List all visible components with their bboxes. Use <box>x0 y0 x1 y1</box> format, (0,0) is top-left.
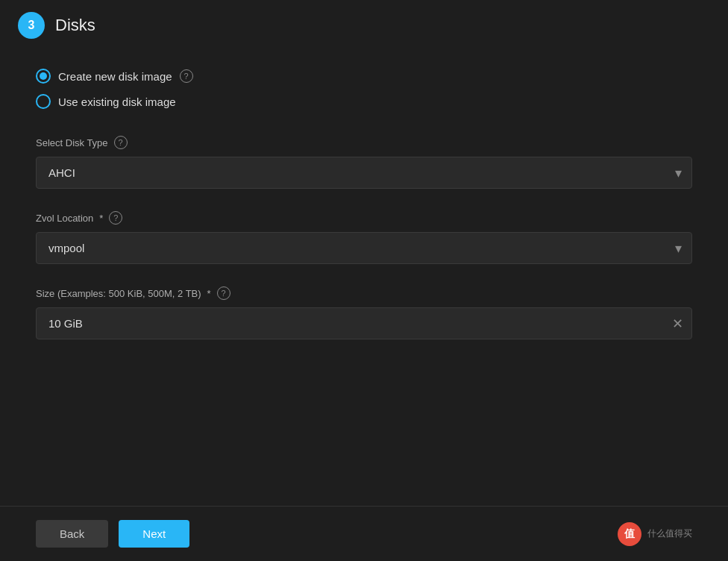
main-content: Create new disk image ? Use existing dis… <box>0 51 728 506</box>
size-input-wrapper: ✕ <box>36 307 692 339</box>
zvol-location-select-wrapper: vmpool tank data ▾ <box>36 232 692 264</box>
disk-type-label: Select Disk Type ? <box>36 136 692 149</box>
footer: Back Next 值 什么值得买 <box>0 506 728 561</box>
disk-option-group: Create new disk image ? Use existing dis… <box>36 69 692 109</box>
step-badge: 3 <box>18 12 45 39</box>
size-help-icon[interactable]: ? <box>217 286 230 300</box>
footer-buttons: Back Next <box>36 520 189 548</box>
size-label: Size (Examples: 500 KiB, 500M, 2 TB) * ? <box>36 286 692 300</box>
watermark-text: 什么值得买 <box>647 527 692 540</box>
disk-type-select-wrapper: AHCI VirtIO IDE SATA ▾ <box>36 157 692 189</box>
radio-use-existing-label: Use existing disk image <box>58 95 176 108</box>
size-group: Size (Examples: 500 KiB, 500M, 2 TB) * ?… <box>36 286 692 339</box>
create-new-help-icon[interactable]: ? <box>180 69 193 83</box>
zvol-location-label: Zvol Location * ? <box>36 211 692 225</box>
back-button[interactable]: Back <box>36 520 108 548</box>
size-input[interactable] <box>36 307 692 339</box>
disk-type-group: Select Disk Type ? AHCI VirtIO IDE SATA … <box>36 136 692 189</box>
disk-type-label-text: Select Disk Type <box>36 137 108 148</box>
size-clear-icon[interactable]: ✕ <box>672 317 683 330</box>
radio-create-new-outer <box>36 69 51 84</box>
next-button[interactable]: Next <box>119 520 189 548</box>
zvol-location-required: * <box>99 213 103 224</box>
watermark-badge: 值 <box>618 522 641 546</box>
radio-create-new[interactable]: Create new disk image ? <box>36 69 692 84</box>
watermark: 值 什么值得买 <box>618 522 692 546</box>
page-title: Disks <box>55 16 95 35</box>
zvol-location-select[interactable]: vmpool tank data <box>36 232 692 264</box>
radio-create-new-inner <box>40 72 47 80</box>
size-required: * <box>207 288 211 299</box>
size-label-text: Size (Examples: 500 KiB, 500M, 2 TB) <box>36 288 201 299</box>
zvol-location-group: Zvol Location * ? vmpool tank data ▾ <box>36 211 692 264</box>
radio-use-existing-outer <box>36 94 51 109</box>
disk-type-help-icon[interactable]: ? <box>114 136 128 149</box>
zvol-location-help-icon[interactable]: ? <box>109 211 122 225</box>
disk-type-select[interactable]: AHCI VirtIO IDE SATA <box>36 157 692 189</box>
radio-use-existing[interactable]: Use existing disk image <box>36 94 692 109</box>
zvol-location-label-text: Zvol Location <box>36 213 93 224</box>
radio-create-new-label: Create new disk image <box>58 70 172 83</box>
page-header: 3 Disks <box>0 0 728 51</box>
